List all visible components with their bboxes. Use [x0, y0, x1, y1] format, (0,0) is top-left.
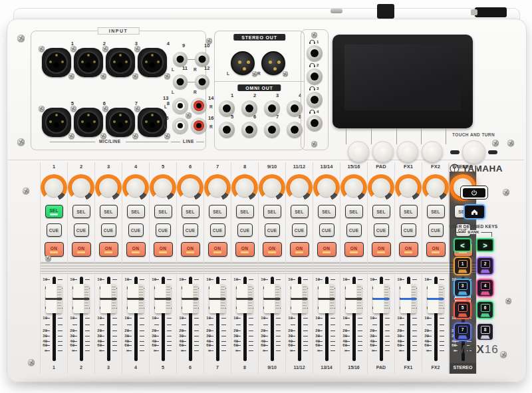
on-button[interactable]: ON — [72, 242, 91, 257]
sel-button[interactable]: SEL — [427, 205, 445, 218]
user-defined-key[interactable]: 4 — [476, 279, 494, 297]
gain-knob[interactable] — [340, 174, 367, 201]
cue-button[interactable]: CUE — [47, 223, 62, 237]
fader[interactable]: 105051020304060∞ — [122, 274, 149, 363]
cue-button[interactable]: CUE — [319, 223, 334, 237]
sel-button[interactable]: SEL — [127, 205, 145, 218]
screen-soft-knob[interactable] — [397, 141, 418, 162]
fader-cap[interactable] — [319, 284, 334, 313]
fader[interactable]: 105051020304060∞ — [177, 274, 203, 363]
on-button[interactable]: ON — [126, 242, 146, 257]
user-defined-key[interactable]: 2 — [476, 257, 494, 275]
cue-button[interactable]: CUE — [265, 223, 280, 237]
screen-soft-knob[interactable] — [422, 141, 443, 162]
gain-knob[interactable] — [150, 174, 176, 201]
gain-knob[interactable] — [422, 174, 449, 201]
sel-button[interactable]: SEL — [100, 205, 118, 218]
sel-button[interactable]: SEL — [182, 205, 200, 218]
cue-button[interactable]: CUE — [401, 223, 416, 237]
sel-button[interactable]: SEL — [291, 205, 309, 218]
on-button[interactable]: ON — [263, 242, 282, 257]
screen-soft-knob[interactable] — [372, 141, 394, 162]
gain-knob[interactable] — [41, 174, 67, 201]
on-button[interactable]: ON — [372, 242, 391, 257]
sel-button[interactable]: SEL — [345, 205, 363, 218]
cue-button[interactable]: CUE — [292, 223, 307, 237]
sel-button[interactable]: SEL — [263, 205, 281, 218]
gain-knob[interactable] — [204, 174, 231, 201]
user-defined-key[interactable]: 3 — [454, 279, 471, 297]
gain-knob[interactable] — [395, 174, 422, 201]
fader-cap[interactable] — [400, 284, 416, 313]
bank-prev-button[interactable]: < — [454, 238, 471, 252]
fader[interactable]: 105051020304060∞ — [422, 274, 449, 363]
user-defined-key[interactable]: 7 — [454, 323, 471, 341]
fader[interactable]: 105051020304060∞ — [68, 274, 94, 363]
cue-button[interactable]: CUE — [210, 223, 225, 237]
power-button[interactable] — [460, 186, 488, 199]
on-button[interactable]: ON — [208, 242, 227, 257]
user-defined-key[interactable]: 8 — [476, 323, 494, 341]
fader[interactable]: 105051020304060∞ — [41, 274, 67, 363]
cue-button[interactable]: CUE — [101, 223, 116, 237]
on-button[interactable]: ON — [399, 242, 418, 257]
cue-button[interactable]: CUE — [156, 223, 171, 237]
fader-cap[interactable] — [373, 284, 389, 313]
fader[interactable]: 105051020304060∞ — [231, 274, 258, 363]
user-defined-key[interactable]: 5 — [454, 301, 471, 319]
rear-power-switch[interactable] — [377, 4, 394, 19]
fader[interactable]: 105051020304060∞ — [259, 274, 285, 363]
fader[interactable]: 105051020304060∞ — [340, 274, 367, 363]
gain-knob[interactable] — [68, 174, 94, 201]
fader[interactable]: 105051020304060∞ — [204, 274, 231, 363]
gain-knob[interactable] — [122, 174, 149, 201]
cue-button[interactable]: CUE — [374, 223, 389, 237]
gain-knob[interactable] — [313, 174, 340, 201]
user-defined-key[interactable]: 1 — [454, 257, 471, 275]
screen-soft-knob[interactable] — [348, 141, 369, 162]
fader[interactable]: 105051020304060∞ — [95, 274, 122, 363]
gain-knob[interactable] — [231, 174, 258, 201]
sel-button[interactable]: SEL — [372, 205, 390, 218]
fader[interactable]: 105051020304060∞ — [368, 274, 394, 363]
sel-button[interactable]: SEL — [72, 205, 90, 218]
fader-cap[interactable] — [155, 284, 171, 313]
cue-button[interactable]: CUE — [237, 223, 253, 237]
on-button[interactable]: ON — [290, 242, 309, 257]
sel-button[interactable]: SEL — [209, 205, 227, 218]
on-button[interactable]: ON — [317, 242, 336, 257]
cue-button[interactable]: CUE — [74, 223, 89, 237]
on-button[interactable]: ON — [235, 242, 255, 257]
fader[interactable]: 105051020304060∞ — [395, 274, 422, 363]
fader[interactable]: 105051020304060∞ — [286, 274, 313, 363]
fader-cap[interactable] — [291, 284, 307, 313]
cue-button[interactable]: CUE — [128, 223, 144, 237]
gain-knob[interactable] — [286, 174, 313, 201]
fader-cap[interactable] — [73, 284, 89, 313]
fader-cap[interactable] — [237, 284, 253, 313]
gain-knob[interactable] — [368, 174, 394, 201]
fader-cap[interactable] — [428, 284, 444, 313]
on-button[interactable]: ON — [344, 242, 364, 257]
on-button[interactable]: ON — [99, 242, 118, 257]
gain-knob[interactable] — [177, 174, 203, 201]
on-button[interactable]: ON — [181, 242, 200, 257]
cue-button[interactable]: CUE — [183, 223, 198, 237]
on-button[interactable]: ON — [426, 242, 446, 257]
sel-button[interactable]: SEL — [154, 205, 172, 218]
gain-knob[interactable] — [259, 174, 285, 201]
fader-cap[interactable] — [209, 284, 225, 313]
sel-button[interactable]: SEL — [45, 205, 63, 218]
user-defined-key[interactable]: 6 — [476, 301, 494, 319]
gain-knob[interactable] — [95, 174, 122, 201]
fader-cap[interactable] — [46, 284, 62, 313]
home-button[interactable] — [464, 204, 485, 219]
fader[interactable]: 105051020304060∞ — [313, 274, 340, 363]
touchscreen[interactable] — [344, 45, 461, 110]
cue-button[interactable]: CUE — [346, 223, 362, 237]
fader[interactable]: 105051020304060∞ — [150, 274, 176, 363]
fader-cap[interactable] — [346, 284, 362, 313]
fader-cap[interactable] — [264, 284, 280, 313]
fader-cap[interactable] — [128, 284, 144, 313]
on-button[interactable]: ON — [45, 242, 64, 257]
